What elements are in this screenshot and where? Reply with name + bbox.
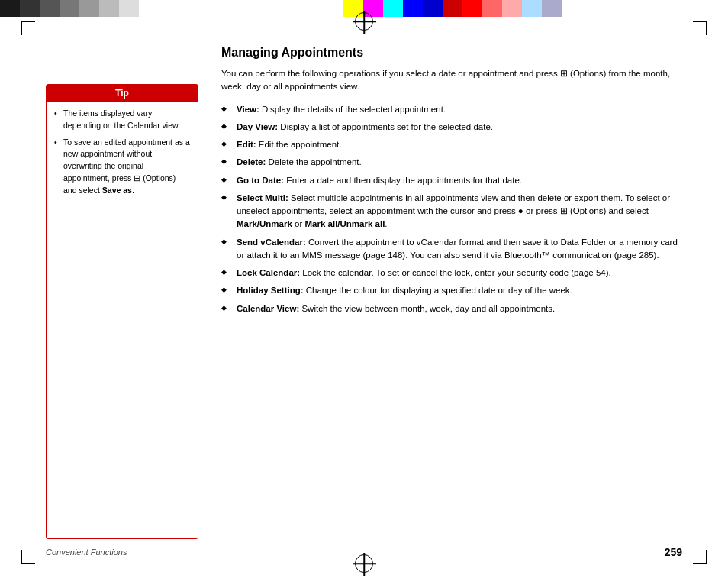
color-bar	[542, 0, 562, 17]
list-item: Day View: Display a list of appointments…	[221, 121, 682, 134]
list-item: Lock Calendar: Lock the calendar. To set…	[221, 267, 682, 280]
color-bar	[423, 0, 443, 17]
footer-left: Convenient Functions	[46, 548, 127, 557]
color-bar	[139, 0, 159, 17]
list-item: Delete: Delete the appointment.	[221, 156, 682, 169]
list-item: Go to Date: Enter a date and then displa…	[221, 174, 682, 187]
tip-box: Tip The items displayed vary depending o…	[46, 84, 198, 539]
tip-item: The items displayed vary depending on th…	[54, 108, 190, 132]
corner-mark-bl	[21, 550, 35, 564]
color-bar	[20, 0, 40, 17]
list-item: View: Display the details of the selecte…	[221, 103, 682, 116]
color-bar	[99, 0, 119, 17]
color-bar	[79, 0, 99, 17]
corner-mark-tr	[693, 21, 707, 35]
color-bar	[403, 0, 423, 17]
color-bar	[119, 0, 139, 17]
right-content: Managing Appointments You can perform th…	[221, 38, 682, 539]
list-item: Select Multi: Select multiple appointmen…	[221, 192, 682, 231]
page-title: Managing Appointments	[221, 46, 682, 60]
main-content: Tip The items displayed vary depending o…	[46, 38, 682, 539]
crosshair-top	[355, 12, 373, 31]
color-bar	[462, 0, 482, 17]
color-bar	[522, 0, 542, 17]
list-item: Holiday Setting: Change the colour for d…	[221, 284, 682, 297]
color-bar	[40, 0, 60, 17]
corner-mark-tl	[21, 21, 35, 35]
color-bar	[0, 0, 20, 17]
tip-body: The items displayed vary depending on th…	[47, 102, 198, 207]
intro-text: You can perform the following operations…	[221, 67, 682, 94]
color-bar	[383, 0, 403, 17]
list-item: Calendar View: Switch the view between m…	[221, 302, 682, 315]
color-bar	[482, 0, 502, 17]
footer-right: 259	[665, 546, 682, 558]
color-bar	[502, 0, 522, 17]
list-item: Send vCalendar: Convert the appointment …	[221, 236, 682, 263]
tip-header: Tip	[47, 85, 198, 102]
bullet-list: View: Display the details of the selecte…	[221, 103, 682, 315]
corner-mark-br	[693, 550, 707, 564]
color-bar	[60, 0, 79, 17]
footer: Convenient Functions 259	[46, 546, 682, 558]
list-item: Edit: Edit the appointment.	[221, 138, 682, 151]
tip-item: To save an edited appointment as a new a…	[54, 137, 190, 197]
color-bar	[443, 0, 462, 17]
